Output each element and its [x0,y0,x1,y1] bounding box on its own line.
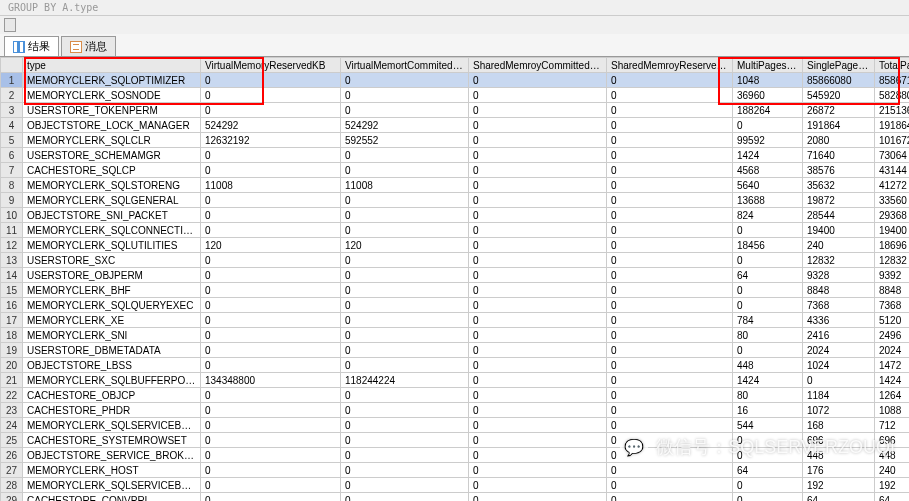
cell[interactable]: 0 [733,223,803,238]
table-row[interactable]: 27MEMORYCLERK_HOST000064176240 [1,463,910,478]
cell[interactable]: 0 [469,283,607,298]
cell[interactable]: MEMORYCLERK_SQLSERVICEBROKER [23,418,201,433]
table-row[interactable]: 4OBJECTSTORE_LOCK_MANAGER524292524292000… [1,118,910,133]
cell[interactable]: MEMORYCLERK_SQLUTILITIES [23,238,201,253]
cell[interactable]: 0 [201,163,341,178]
table-row[interactable]: 24MEMORYCLERK_SQLSERVICEBROKER0000544168… [1,418,910,433]
cell[interactable]: USERSTORE_SCHEMAMGR [23,148,201,163]
cell[interactable]: USERSTORE_TOKENPERM [23,103,201,118]
cell[interactable]: 696 [803,433,875,448]
cell[interactable]: 524292 [201,118,341,133]
cell[interactable]: CACHESTORE_SYSTEMROWSET [23,433,201,448]
data-table[interactable]: type VirtualMemoryReservedKB VirtualMemo… [0,57,909,501]
cell[interactable]: CACHESTORE_OBJCP [23,388,201,403]
cell[interactable]: 0 [469,73,607,88]
table-row[interactable]: 18MEMORYCLERK_SNI00008024162496 [1,328,910,343]
cell[interactable]: 0 [469,388,607,403]
table-row[interactable]: 19USERSTORE_DBMETADATA0000020242024 [1,343,910,358]
cell[interactable]: 0 [469,118,607,133]
cell[interactable]: 0 [607,388,733,403]
cell[interactable]: 0 [341,433,469,448]
cell[interactable]: 5640 [733,178,803,193]
table-row[interactable]: 3USERSTORE_TOKENPERM00001882642687221513… [1,103,910,118]
table-row[interactable]: 11MEMORYCLERK_SQLCONNECTIONPOOL000001940… [1,223,910,238]
cell[interactable]: 0 [201,103,341,118]
cell[interactable]: 712 [875,418,910,433]
cell[interactable]: 0 [341,88,469,103]
cell[interactable]: 0 [341,463,469,478]
cell[interactable]: 0 [341,193,469,208]
cell[interactable]: MEMORYCLERK_SQLGENERAL [23,193,201,208]
cell[interactable]: 0 [469,193,607,208]
cell[interactable]: 1072 [803,403,875,418]
cell[interactable]: MEMORYCLERK_SOSNODE [23,88,201,103]
cell[interactable]: 0 [469,268,607,283]
cell[interactable]: 448 [803,448,875,463]
cell[interactable]: 19400 [875,223,910,238]
cell[interactable]: 9328 [803,268,875,283]
cell[interactable]: 64 [875,493,910,502]
table-row[interactable]: 26OBJECTSTORE_SERVICE_BROKER00000448448 [1,448,910,463]
cell[interactable]: 0 [607,88,733,103]
cell[interactable]: 0 [607,193,733,208]
cell[interactable]: MEMORYCLERK_SQLOPTIMIZER [23,73,201,88]
table-row[interactable]: 25CACHESTORE_SYSTEMROWSET00000696696 [1,433,910,448]
cell[interactable]: 0 [469,133,607,148]
table-row[interactable]: 2MEMORYCLERK_SOSNODE00003696054592058288… [1,88,910,103]
cell[interactable]: 43144 [875,163,910,178]
cell[interactable]: 99592 [733,133,803,148]
cell[interactable]: 544 [733,418,803,433]
cell[interactable]: 0 [469,313,607,328]
cell[interactable]: 19400 [803,223,875,238]
cell[interactable]: MEMORYCLERK_XE [23,313,201,328]
cell[interactable]: MEMORYCLERK_HOST [23,463,201,478]
cell[interactable]: 0 [201,478,341,493]
cell[interactable]: 0 [201,418,341,433]
cell[interactable]: 0 [607,118,733,133]
results-grid[interactable]: type VirtualMemoryReservedKB VirtualMemo… [0,57,909,501]
cell[interactable]: 0 [201,358,341,373]
cell[interactable]: MEMORYCLERK_SQLSERVICEBROKER... [23,478,201,493]
cell[interactable]: 8848 [875,283,910,298]
cell[interactable]: 0 [733,118,803,133]
col-header[interactable]: TotalPagesKB [875,58,910,73]
cell[interactable]: 0 [469,148,607,163]
cell[interactable]: 0 [201,403,341,418]
cell[interactable]: 0 [341,268,469,283]
cell[interactable]: 0 [201,253,341,268]
cell[interactable]: MEMORYCLERK_SQLCONNECTIONPOOL [23,223,201,238]
cell[interactable]: 71640 [803,148,875,163]
cell[interactable]: 0 [469,298,607,313]
cell[interactable]: 4336 [803,313,875,328]
col-header[interactable]: VirtualMemortCommitedKB [341,58,469,73]
cell[interactable]: 582880 [875,88,910,103]
cell[interactable]: CACHESTORE_SQLCP [23,163,201,178]
cell[interactable]: 0 [201,88,341,103]
cell[interactable]: 240 [803,238,875,253]
cell[interactable]: 0 [607,73,733,88]
cell[interactable]: 0 [201,328,341,343]
cell[interactable]: 0 [469,223,607,238]
cell[interactable]: 0 [607,133,733,148]
table-row[interactable]: 22CACHESTORE_OBJCP00008011841264 [1,388,910,403]
col-header[interactable]: MultiPagesKB [733,58,803,73]
cell[interactable]: 18696 [875,238,910,253]
cell[interactable]: 64 [733,463,803,478]
cell[interactable]: 64 [733,268,803,283]
cell[interactable]: 0 [201,493,341,502]
cell[interactable]: 0 [469,238,607,253]
cell[interactable]: 120 [341,238,469,253]
table-row[interactable]: 17MEMORYCLERK_XE000078443365120 [1,313,910,328]
cell[interactable]: 192 [803,478,875,493]
cell[interactable]: 191864 [875,118,910,133]
cell[interactable]: 0 [469,448,607,463]
table-row[interactable]: 20OBJECTSTORE_LBSS000044810241472 [1,358,910,373]
cell[interactable]: 1184 [803,388,875,403]
cell[interactable]: 80 [733,388,803,403]
cell[interactable]: 696 [875,433,910,448]
cell[interactable]: 0 [607,313,733,328]
cell[interactable]: 36960 [733,88,803,103]
cell[interactable]: 0 [341,208,469,223]
cell[interactable]: 26872 [803,103,875,118]
cell[interactable]: 0 [341,148,469,163]
